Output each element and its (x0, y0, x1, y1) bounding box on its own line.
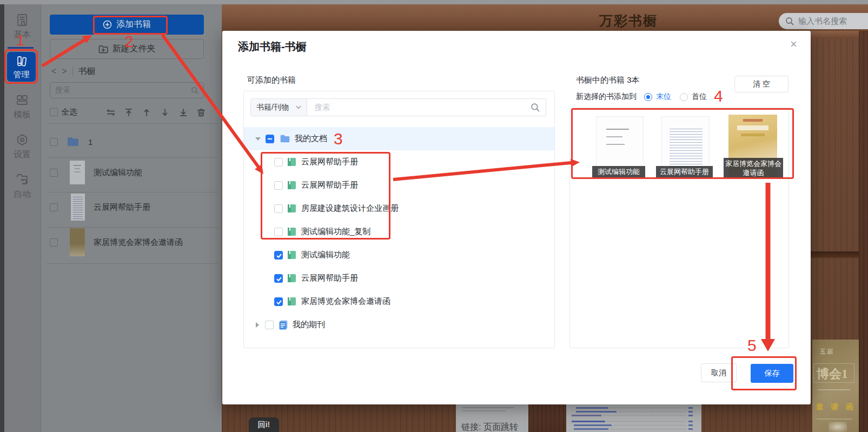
book-icon (287, 204, 296, 213)
book-icon (287, 227, 296, 236)
thumbnail-caption: 家居博览会家博会邀请函 (724, 158, 783, 178)
tree-row-book[interactable]: 云展网帮助手册 (244, 267, 554, 290)
tree-checkbox[interactable] (265, 321, 274, 329)
tree-checkbox[interactable] (274, 204, 283, 213)
shelf-pillar-bottom (528, 404, 566, 432)
move-bottom-icon[interactable] (178, 108, 188, 117)
list-item-book[interactable]: 家居博览会家博会邀请函 (50, 228, 183, 257)
add-position-row: 新选择的书添加到 末位 首位 (576, 91, 707, 103)
tree-row-book[interactable]: 云展网帮助手册 (244, 150, 554, 174)
row-checkbox[interactable] (50, 238, 58, 247)
book-thumbnail (70, 161, 85, 184)
tree-checkbox[interactable] (274, 228, 283, 236)
add-book-button[interactable]: 添加书籍 (50, 15, 204, 35)
caret-right-icon[interactable] (256, 322, 259, 328)
book-thumbnail (71, 194, 85, 221)
folder-plus-icon (98, 45, 108, 54)
radio-front[interactable] (680, 93, 688, 101)
breadcrumb-divider (72, 67, 73, 76)
cancel-button[interactable]: 取消 (701, 363, 737, 382)
book-thumbnail (70, 228, 85, 256)
tree-checkbox[interactable] (274, 181, 283, 190)
sidebar-item-settings[interactable]: 设置 (4, 133, 40, 161)
tree-row-book[interactable]: 测试编辑功能_复制 (244, 220, 554, 243)
sidebar-item-auto[interactable]: 自动 (4, 172, 40, 200)
tree-row-book[interactable]: 房屋建设建筑设计企业画册 (244, 197, 554, 220)
radio-end[interactable] (644, 93, 652, 101)
row-label: 家居博览会家博会邀请函 (94, 237, 183, 248)
row-checkbox[interactable] (50, 203, 58, 211)
filter-search-bar: 书籍/刊物 搜索 (250, 98, 546, 116)
row-checkbox[interactable] (50, 169, 58, 177)
shelf-books-heading: 书橱中的书籍 3本 (576, 75, 640, 85)
window-top-strip (0, 0, 868, 4)
tree-row-my-journals[interactable]: 我的期刊 (244, 313, 554, 336)
search-icon[interactable] (531, 103, 540, 112)
page-link-text: 链接: 页面跳转 (461, 422, 518, 432)
add-position-label: 新选择的书添加到 (576, 92, 637, 102)
book-search-pill[interactable]: 输入书名搜索 (779, 13, 868, 29)
tree-search-placeholder[interactable]: 搜索 (315, 103, 531, 112)
reorder-icon[interactable] (106, 108, 116, 117)
sidebar-item-manage[interactable]: 管理 (7, 52, 36, 82)
auto-icon (15, 172, 29, 187)
select-all-label: 全选 (61, 107, 77, 117)
tree-row-my-documents[interactable]: 我的文档 (244, 127, 554, 150)
shelf-right-pillar (859, 31, 868, 432)
move-down-icon[interactable] (160, 108, 170, 117)
tree-checkbox[interactable] (274, 158, 283, 167)
list-item-folder[interactable]: 1 (50, 136, 92, 147)
tree-row-book[interactable]: 测试编辑功能 (244, 243, 554, 267)
sidebar-item-basic[interactable]: 基本 (4, 13, 40, 41)
save-button[interactable]: 保存 (751, 364, 793, 383)
tree-checkbox[interactable] (274, 274, 283, 283)
app-root: 万彩书橱 输入书名搜索 回i! 链接: 页面跳转 五届 博会1 邀 请 函 基本… (0, 0, 868, 432)
thumbnail-caption: 测试编辑功能 (592, 166, 645, 177)
select-all-checkbox[interactable] (50, 108, 58, 116)
chevron-down-icon (296, 105, 301, 109)
tree-row-book[interactable]: 家居博览会家博会邀请函 (244, 290, 554, 313)
available-books-heading: 可添加的书籍 (247, 75, 296, 85)
trash-icon[interactable] (196, 108, 206, 117)
gold-book-line3: 邀 请 函 (816, 402, 856, 412)
search-icon (191, 87, 198, 94)
radio-end-label[interactable]: 末位 (656, 92, 671, 102)
book-search-placeholder: 输入书名搜索 (798, 16, 847, 26)
move-top-icon[interactable] (124, 108, 134, 117)
brand-logo: 回i! (249, 417, 279, 432)
row-label: 1 (88, 137, 92, 147)
gold-book-cover: 五届 博会1 邀 请 函 (812, 340, 859, 432)
manage-books-icon (15, 55, 28, 68)
panel-search-input[interactable]: 搜索 (50, 82, 204, 98)
gold-book-line2: 博会1 (817, 365, 848, 382)
clear-button[interactable]: 清 空 (734, 76, 789, 92)
journal-icon (279, 320, 288, 330)
window-edge (0, 0, 4, 432)
row-checkbox[interactable] (50, 138, 58, 146)
add-book-label: 添加书籍 (116, 19, 151, 30)
list-item-book[interactable]: 云展网帮助手册 (50, 193, 150, 221)
breadcrumb-current: 书橱 (78, 66, 96, 77)
basic-icon (15, 13, 29, 27)
new-folder-button[interactable]: 新建文件夹 (50, 39, 204, 59)
shelf-header-beam (222, 4, 868, 31)
select-all-control[interactable]: 全选 (50, 107, 77, 117)
shelf-title: 万彩书橱 (599, 12, 658, 30)
tree-row-book[interactable]: 云展网帮助手册 (244, 174, 554, 197)
forward-icon[interactable]: > (62, 67, 67, 76)
caret-down-icon[interactable] (255, 137, 261, 141)
breadcrumb: < > 书橱 (51, 65, 96, 77)
sidebar-item-template[interactable]: 模板 (4, 93, 40, 121)
tree-checkbox[interactable] (274, 297, 283, 306)
move-up-icon[interactable] (142, 108, 151, 117)
type-filter-select[interactable]: 书籍/刊物 (251, 99, 307, 116)
close-icon[interactable]: × (790, 38, 797, 50)
back-icon[interactable]: < (51, 67, 56, 76)
dialog-title: 添加书籍-书橱 (238, 39, 307, 54)
list-item-book[interactable]: 测试编辑功能 (50, 159, 142, 186)
radio-front-label[interactable]: 首位 (692, 92, 707, 102)
tree-checkbox[interactable] (274, 251, 283, 260)
sidebar-item-label: 基本 (4, 29, 40, 41)
book-icon (287, 274, 296, 283)
tree-checkbox[interactable] (266, 135, 274, 143)
